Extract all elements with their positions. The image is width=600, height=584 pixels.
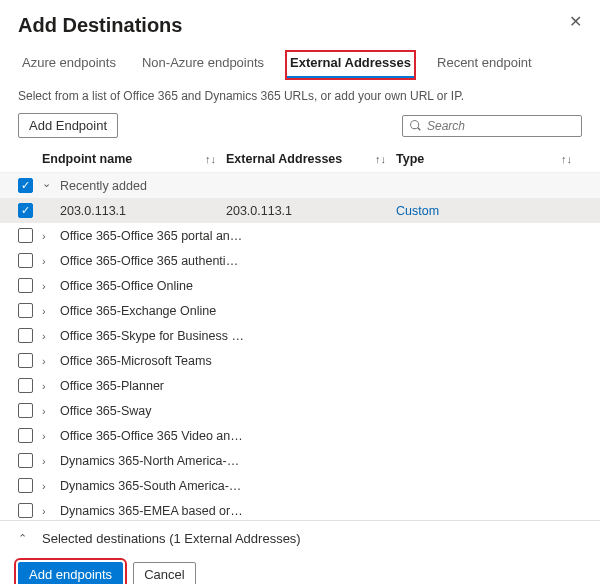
- checkbox[interactable]: [18, 503, 33, 518]
- checkbox[interactable]: [18, 178, 33, 193]
- close-icon[interactable]: ✕: [569, 14, 582, 30]
- search-icon: [409, 119, 422, 132]
- endpoint-name: Dynamics 365-EMEA based organizat...: [60, 504, 244, 518]
- chevron-right-icon[interactable]: [42, 255, 56, 267]
- endpoint-type: Custom: [396, 204, 600, 218]
- chevron-down-icon[interactable]: [42, 179, 56, 192]
- table-row[interactable]: Office 365-Office 365 authentication ...: [0, 248, 600, 273]
- add-endpoint-button[interactable]: Add Endpoint: [18, 113, 118, 138]
- chevron-right-icon[interactable]: [42, 280, 56, 292]
- endpoint-name: Office 365-Office 365 authentication ...: [60, 254, 244, 268]
- column-headers: Endpoint name↑↓ External Addresses↑↓ Typ…: [0, 148, 600, 172]
- checkbox[interactable]: [18, 428, 33, 443]
- table-row[interactable]: Office 365-Microsoft Teams: [0, 348, 600, 373]
- chevron-right-icon[interactable]: [42, 405, 56, 417]
- chevron-right-icon[interactable]: [42, 430, 56, 442]
- checkbox[interactable]: [18, 478, 33, 493]
- table-row[interactable]: Dynamics 365-EMEA based organizat...: [0, 498, 600, 520]
- tabs: Azure endpoints Non-Azure endpoints Exte…: [0, 45, 600, 79]
- group-recently-added[interactable]: Recently added: [0, 173, 600, 198]
- group-label: Recently added: [60, 179, 244, 193]
- summary-text: Selected destinations (1 External Addres…: [42, 531, 301, 546]
- tab-azure-endpoints[interactable]: Azure endpoints: [18, 51, 120, 79]
- endpoint-name: Dynamics 365-North America-based ...: [60, 454, 244, 468]
- table-row[interactable]: Office 365-Exchange Online: [0, 298, 600, 323]
- selected-summary[interactable]: ⌃ Selected destinations (1 External Addr…: [0, 520, 600, 556]
- checkbox[interactable]: [18, 328, 33, 343]
- checkbox[interactable]: [18, 203, 33, 218]
- sort-icon: ↑↓: [561, 153, 572, 165]
- checkbox[interactable]: [18, 378, 33, 393]
- table-row[interactable]: 203.0.113.1 203.0.113.1 Custom: [0, 198, 600, 223]
- table-row[interactable]: Office 365-Sway: [0, 398, 600, 423]
- search-box[interactable]: [402, 115, 582, 137]
- chevron-up-icon: ⌃: [18, 532, 32, 545]
- table-row[interactable]: Office 365-Skype for Business Online: [0, 323, 600, 348]
- checkbox[interactable]: [18, 303, 33, 318]
- chevron-right-icon[interactable]: [42, 355, 56, 367]
- chevron-right-icon[interactable]: [42, 305, 56, 317]
- endpoint-name: Dynamics 365-South America-based ...: [60, 479, 244, 493]
- chevron-right-icon[interactable]: [42, 455, 56, 467]
- table-row[interactable]: Dynamics 365-South America-based ...: [0, 473, 600, 498]
- sort-icon: ↑↓: [375, 153, 386, 165]
- endpoint-name: Office 365-Sway: [60, 404, 244, 418]
- cancel-button[interactable]: Cancel: [133, 562, 195, 584]
- chevron-right-icon[interactable]: [42, 380, 56, 392]
- endpoint-name: Office 365-Skype for Business Online: [60, 329, 244, 343]
- checkbox[interactable]: [18, 228, 33, 243]
- checkbox[interactable]: [18, 278, 33, 293]
- column-type[interactable]: Type↑↓: [396, 152, 582, 166]
- table-row[interactable]: Office 365-Office 365 Video and Micr...: [0, 423, 600, 448]
- checkbox[interactable]: [18, 253, 33, 268]
- chevron-right-icon[interactable]: [42, 330, 56, 342]
- chevron-right-icon[interactable]: [42, 230, 56, 242]
- chevron-right-icon[interactable]: [42, 480, 56, 492]
- checkbox[interactable]: [18, 353, 33, 368]
- tab-recent-endpoint[interactable]: Recent endpoint: [433, 51, 536, 79]
- checkbox[interactable]: [18, 453, 33, 468]
- panel-title: Add Destinations: [18, 14, 182, 37]
- endpoint-name: Office 365-Office 365 portal and shar...: [60, 229, 244, 243]
- endpoint-name: Office 365-Office Online: [60, 279, 244, 293]
- endpoint-name: 203.0.113.1: [42, 204, 226, 218]
- endpoint-name: Office 365-Office 365 Video and Micr...: [60, 429, 244, 443]
- endpoint-name: Office 365-Microsoft Teams: [60, 354, 244, 368]
- endpoint-name: Office 365-Planner: [60, 379, 244, 393]
- endpoint-name: Office 365-Exchange Online: [60, 304, 244, 318]
- column-endpoint-name[interactable]: Endpoint name↑↓: [42, 152, 226, 166]
- table-row[interactable]: Office 365-Office 365 portal and shar...: [0, 223, 600, 248]
- instruction-text: Select from a list of Office 365 and Dyn…: [0, 79, 600, 113]
- checkbox[interactable]: [18, 403, 33, 418]
- add-endpoints-button[interactable]: Add endpoints: [18, 562, 123, 584]
- table-row[interactable]: Office 365-Office Online: [0, 273, 600, 298]
- column-external-addresses[interactable]: External Addresses↑↓: [226, 152, 396, 166]
- tab-external-addresses[interactable]: External Addresses: [286, 51, 415, 79]
- table-row[interactable]: Dynamics 365-North America-based ...: [0, 448, 600, 473]
- chevron-right-icon[interactable]: [42, 505, 56, 517]
- table-row[interactable]: Office 365-Planner: [0, 373, 600, 398]
- tab-non-azure-endpoints[interactable]: Non-Azure endpoints: [138, 51, 268, 79]
- endpoint-address: 203.0.113.1: [226, 204, 396, 218]
- search-input[interactable]: [427, 119, 575, 133]
- endpoint-list[interactable]: Recently added 203.0.113.1 203.0.113.1 C…: [0, 172, 600, 520]
- sort-icon: ↑↓: [205, 153, 216, 165]
